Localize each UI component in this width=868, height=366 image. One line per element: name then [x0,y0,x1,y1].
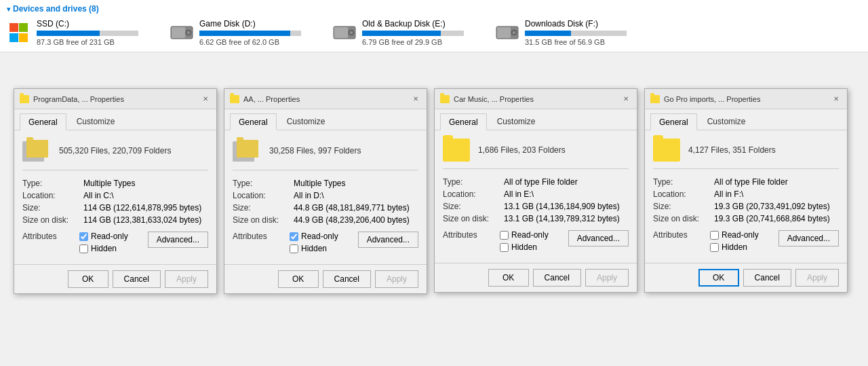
apply-button[interactable]: Apply [585,269,629,287]
tab-general[interactable]: General [230,113,277,130]
tab-general[interactable]: General [440,113,487,130]
hidden-checkbox[interactable] [710,243,719,252]
cancel-button[interactable]: Cancel [113,270,161,288]
dialog-tabs: General Customize [645,109,847,130]
size-value: 114 GB (122,614,878,995 bytes) [83,203,201,213]
drive-bar-container [525,31,627,36]
apply-button[interactable]: Apply [795,269,839,287]
advanced-button[interactable]: Advanced... [358,232,418,248]
tab-general[interactable]: General [650,113,697,130]
size-on-disk-row: Size on disk: 13.1 GB (14,139,789,312 by… [443,214,629,223]
folder-icon [233,139,261,163]
cancel-button[interactable]: Cancel [323,270,371,288]
attr-row: Attributes Read-only Hidden [443,230,629,252]
tab-customize[interactable]: Customize [278,113,334,130]
hidden-checkbox[interactable] [500,243,509,252]
readonly-label: Read-only [91,232,128,241]
drive-item-game-d[interactable]: Game Disk (D:) 6.62 GB free of 62.0 GB [170,19,312,46]
title-folder-icon [230,95,239,103]
apply-button[interactable]: Apply [375,270,418,288]
hdd-icon [332,20,357,45]
svg-point-7 [351,32,353,34]
tab-customize[interactable]: Customize [68,113,124,130]
readonly-row: Read-only [710,230,759,240]
tab-general[interactable]: General [20,113,66,130]
size-on-disk-row: Size on disk: 114 GB (123,381,633,024 by… [22,215,208,225]
folder-icon [443,139,470,162]
readonly-checkbox[interactable] [79,232,88,241]
svg-rect-9 [497,27,511,38]
advanced-button[interactable]: Advanced... [148,232,208,248]
advanced-button[interactable]: Advanced... [778,230,839,246]
dialog-tabs: General Customize [435,109,637,130]
attr-checkboxes: Read-only Hidden [500,230,549,252]
type-value: All of type File folder [504,177,578,187]
attr-row: Attributes Read-only Hidden [653,230,839,252]
attributes-label-group: Attributes Read-only Hidden [233,232,338,253]
readonly-label: Read-only [722,230,759,240]
hidden-checkbox[interactable] [290,244,298,253]
close-button[interactable]: ✕ [620,94,631,105]
size-on-disk-label: Size on disk: [22,215,83,225]
ok-button[interactable]: OK [68,270,108,288]
size-on-disk-row: Size on disk: 44.9 GB (48,239,206,400 by… [233,215,418,225]
close-button[interactable]: ✕ [831,94,842,105]
ok-button[interactable]: OK [278,270,319,288]
readonly-checkbox[interactable] [290,232,298,241]
size-on-disk-label: Size on disk: [443,214,504,223]
hidden-label: Hidden [301,244,327,253]
attr-checkboxes: Read-only Hidden [710,230,759,252]
drives-row: SSD (C:) 87.3 GB free of 231 GB Game Dis… [7,19,861,46]
dialog-titlebar: Car Music, ... Properties ✕ [435,89,637,109]
props-table: Type: All of type File folder Location: … [443,177,629,223]
type-value: All of type File folder [714,177,788,187]
drive-item-downloads-f[interactable]: Downloads Disk (F:) 31.5 GB free of 56.9… [495,19,637,46]
drive-details: SSD (C:) 87.3 GB free of 231 GB [37,19,149,46]
file-count: 505,320 Files, 220,709 Folders [59,146,171,155]
attributes-section: Attributes Read-only Hidden [22,232,208,253]
dialogs-container: ProgramData, ... Properties ✕ General Cu… [14,88,854,294]
location-label: Location: [653,189,714,199]
close-button[interactable]: ✕ [200,94,211,105]
svg-rect-5 [334,27,348,38]
drive-details: Game Disk (D:) 6.62 GB free of 62.0 GB [199,19,312,46]
close-button[interactable]: ✕ [410,94,421,105]
type-label: Type: [653,177,714,187]
size-row: Size: 114 GB (122,614,878,995 bytes) [22,203,208,213]
size-on-disk-label: Size on disk: [653,214,714,223]
ok-button[interactable]: OK [488,269,529,287]
size-on-disk-row: Size on disk: 19.3 GB (20,741,668,864 by… [653,214,839,223]
size-on-disk-value: 13.1 GB (14,139,789,312 bytes) [504,214,620,223]
dialog-title: Car Music, ... Properties [454,95,534,103]
type-label: Type: [233,179,294,188]
tab-customize[interactable]: Customize [698,113,755,130]
cancel-button[interactable]: Cancel [533,269,581,287]
hidden-row: Hidden [710,242,759,252]
tab-customize[interactable]: Customize [488,113,545,130]
drive-free: 6.62 GB free of 62.0 GB [199,38,312,46]
dialog-aa: AA, ... Properties ✕ General Customize 3… [224,88,427,294]
readonly-checkbox[interactable] [710,231,719,240]
attributes-label: Attributes [22,232,77,241]
title-folder-icon [20,95,29,103]
advanced-button[interactable]: Advanced... [568,230,629,246]
location-label: Location: [22,191,83,200]
readonly-checkbox[interactable] [500,231,509,240]
dialog-content: 1,686 Files, 203 Folders Type: All of ty… [435,130,637,263]
dialog-programdata: ProgramData, ... Properties ✕ General Cu… [14,88,217,294]
drive-free: 31.5 GB free of 56.9 GB [525,38,637,46]
drive-bar-container [362,31,464,36]
type-row: Type: Multiple Types [233,179,418,188]
dialog-gopro: Go Pro imports, ... Properties ✕ General… [644,88,848,293]
drive-bar [525,31,571,36]
drive-item-backup-e[interactable]: Old & Backup Disk (E:) 6.79 GB free of 2… [332,19,475,46]
drive-item-ssd-c[interactable]: SSD (C:) 87.3 GB free of 231 GB [7,19,149,46]
location-row: Location: All in D:\ [233,191,418,200]
cancel-button[interactable]: Cancel [743,269,791,287]
hidden-label: Hidden [91,244,117,253]
attributes-label: Attributes [233,232,287,241]
ok-button[interactable]: OK [698,269,739,287]
size-row: Size: 44.8 GB (48,181,849,771 bytes) [233,203,418,213]
apply-button[interactable]: Apply [165,270,208,288]
hidden-checkbox[interactable] [79,244,88,253]
